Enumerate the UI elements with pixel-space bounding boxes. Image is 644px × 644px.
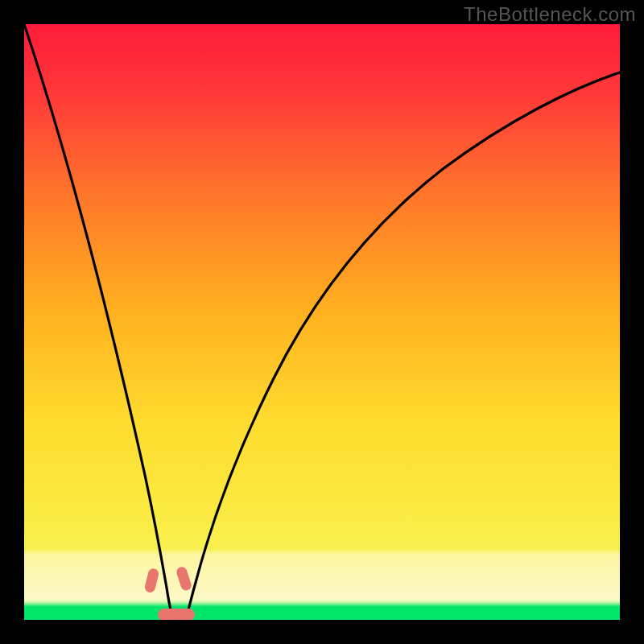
watermark-text: TheBottleneck.com: [464, 3, 636, 26]
markers: [144, 566, 195, 620]
chart-frame: TheBottleneck.com: [0, 0, 644, 644]
marker-right-shoulder: [175, 566, 193, 592]
marker-left-shoulder: [144, 568, 160, 593]
bottleneck-curve: [24, 24, 620, 620]
curve-path: [24, 24, 620, 618]
marker-valley-base: [158, 609, 195, 620]
plot-area: [24, 24, 620, 620]
